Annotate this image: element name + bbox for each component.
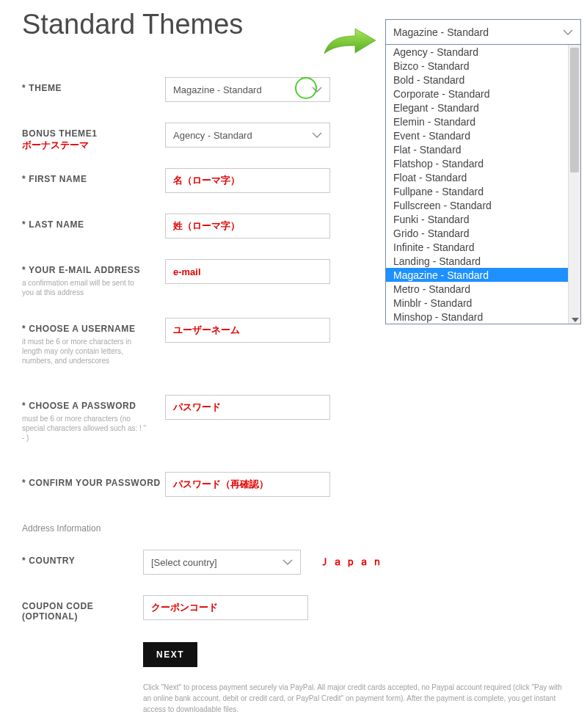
theme-label: * THEME bbox=[22, 77, 165, 93]
username-label: * CHOOSE A USERNAME it must be 6 or more… bbox=[22, 318, 165, 365]
theme-dropdown-head[interactable]: Magazine - Standard bbox=[386, 20, 580, 45]
first-name-input[interactable]: 名（ローマ字） bbox=[165, 168, 330, 193]
theme-option[interactable]: Metro - Standard bbox=[386, 282, 580, 296]
bonus-theme-select[interactable]: Agency - Standard bbox=[165, 123, 330, 148]
chevron-down-icon bbox=[312, 84, 322, 95]
confirm-password-row: * CONFIRM YOUR PASSWORD パスワード（再確認） bbox=[22, 472, 565, 497]
theme-dropdown-popup: Magazine - Standard Agency - StandardBiz… bbox=[385, 19, 581, 324]
theme-option[interactable]: Infinite - Standard bbox=[386, 240, 580, 254]
theme-option[interactable]: Flat - Standard bbox=[386, 142, 580, 156]
country-select-value: [Select country] bbox=[151, 557, 217, 568]
first-name-label: * FIRST NAME bbox=[22, 168, 165, 184]
theme-option[interactable]: Minshop - Standard bbox=[386, 310, 580, 324]
theme-option[interactable]: Flatshop - Standard bbox=[386, 156, 580, 170]
scroll-down-icon[interactable] bbox=[572, 318, 579, 322]
theme-dropdown-head-value: Magazine - Standard bbox=[393, 26, 489, 38]
confirm-password-input[interactable]: パスワード（再確認） bbox=[165, 472, 330, 497]
theme-option[interactable]: Minblr - Standard bbox=[386, 296, 580, 310]
email-label: * YOUR E-MAIL ADDRESS a confirmation ema… bbox=[22, 259, 165, 297]
theme-dropdown-list: Agency - StandardBizco - StandardBold - … bbox=[386, 45, 580, 324]
theme-option[interactable]: Fullscreen - Standard bbox=[386, 198, 580, 212]
bonus-theme-label: BONUS THEME1 ボーナステーマ bbox=[22, 123, 165, 139]
theme-option[interactable]: Funki - Standard bbox=[386, 212, 580, 226]
password-hint: must be 6 or more characters (no special… bbox=[22, 414, 147, 443]
bonus-theme-select-value: Agency - Standard bbox=[173, 130, 252, 141]
coupon-label: COUPON CODE (OPTIONAL) bbox=[22, 595, 143, 622]
last-name-input[interactable]: 姓（ローマ字） bbox=[165, 214, 330, 239]
theme-option[interactable]: Magazine - Standard bbox=[386, 268, 580, 282]
theme-option[interactable]: Corporate - Standard bbox=[386, 87, 580, 101]
country-label: * COUNTRY bbox=[22, 550, 143, 566]
chevron-down-icon bbox=[312, 130, 322, 140]
theme-select[interactable]: Magazine - Standard bbox=[165, 77, 330, 102]
confirm-password-label: * CONFIRM YOUR PASSWORD bbox=[22, 472, 165, 488]
theme-select-value: Magazine - Standard bbox=[173, 84, 262, 95]
theme-option[interactable]: Bizco - Standard bbox=[386, 59, 580, 73]
username-row: * CHOOSE A USERNAME it must be 6 or more… bbox=[22, 318, 565, 365]
theme-option[interactable]: Agency - Standard bbox=[386, 45, 580, 59]
coupon-row: COUPON CODE (OPTIONAL) クーポンコード bbox=[22, 595, 565, 622]
theme-option[interactable]: Bold - Standard bbox=[386, 73, 580, 87]
bonus-theme-annotation: ボーナステーマ bbox=[22, 139, 89, 152]
password-row: * CHOOSE A PASSWORD must be 6 or more ch… bbox=[22, 395, 565, 443]
theme-option[interactable]: Elegant - Standard bbox=[386, 101, 580, 114]
country-row: * COUNTRY [Select country] Ｊａｐａｎ bbox=[22, 550, 565, 575]
coupon-input[interactable]: クーポンコード bbox=[143, 595, 308, 620]
country-annotation: Ｊａｐａｎ bbox=[319, 556, 385, 569]
username-input[interactable]: ユーザーネーム bbox=[165, 318, 330, 343]
theme-option[interactable]: Fullpane - Standard bbox=[386, 184, 580, 198]
email-hint: a confirmation email will be sent to you… bbox=[22, 278, 147, 297]
scrollbar[interactable] bbox=[568, 45, 580, 324]
email-input[interactable]: e-mail bbox=[165, 259, 330, 284]
password-label: * CHOOSE A PASSWORD must be 6 or more ch… bbox=[22, 395, 165, 443]
country-select[interactable]: [Select country] bbox=[143, 550, 301, 575]
username-hint: it must be 6 or more characters in lengt… bbox=[22, 337, 147, 365]
scrollbar-thumb[interactable] bbox=[570, 48, 579, 172]
password-input[interactable]: パスワード bbox=[165, 395, 330, 420]
theme-option[interactable]: Float - Standard bbox=[386, 170, 580, 184]
chevron-down-icon bbox=[563, 27, 573, 37]
address-section-heading: Address Information bbox=[22, 523, 565, 534]
theme-option[interactable]: Event - Standard bbox=[386, 128, 580, 142]
last-name-label: * LAST NAME bbox=[22, 214, 165, 230]
payment-fineprint: Click "Next" to process payment securely… bbox=[143, 682, 565, 715]
next-button[interactable]: NEXT bbox=[143, 642, 197, 667]
theme-option[interactable]: Landing - Standard bbox=[386, 254, 580, 268]
next-button-wrap: NEXT bbox=[143, 642, 565, 667]
chevron-down-icon bbox=[282, 557, 293, 567]
theme-option[interactable]: Elemin - Standard bbox=[386, 114, 580, 128]
theme-option[interactable]: Grido - Standard bbox=[386, 226, 580, 240]
